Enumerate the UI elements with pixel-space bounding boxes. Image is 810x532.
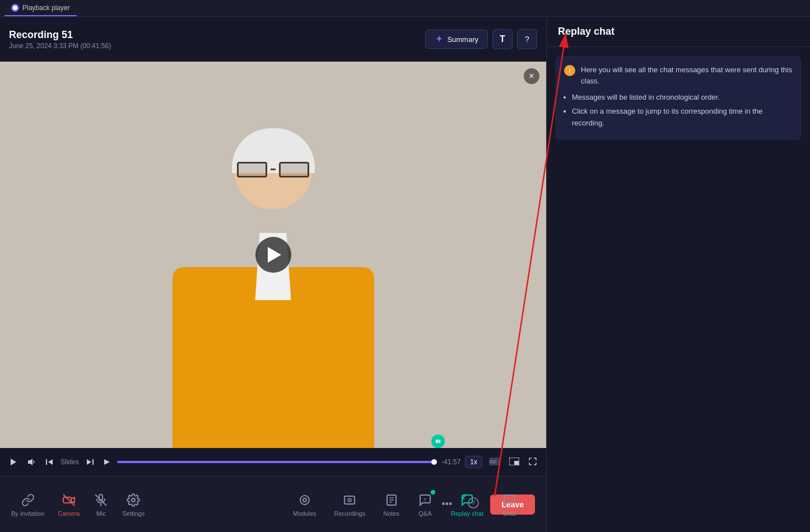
cc-button[interactable]: CC <box>487 455 502 469</box>
play-pause-button[interactable] <box>7 455 20 469</box>
info-bullet-1: Messages will be listed in chronological… <box>572 92 793 104</box>
tab-label: Playback player <box>22 4 70 12</box>
info-header-text: Here you will see all the chat messages … <box>581 64 793 86</box>
notes-label: Notes <box>383 510 399 517</box>
qa-badge <box>431 490 435 494</box>
play-triangle-icon <box>268 247 281 263</box>
svg-point-40 <box>303 498 306 502</box>
speed-button[interactable]: 1x <box>465 456 482 468</box>
person-glasses <box>237 162 310 178</box>
svg-rect-20 <box>437 440 439 443</box>
toolbar-left: By invitation Camera <box>11 492 145 517</box>
main-layout: Recording 51 June 25, 2024 3:33 PM (00:4… <box>0 17 810 532</box>
cc-icon: CC <box>489 458 500 465</box>
summary-button[interactable]: Summary <box>425 30 488 49</box>
svg-marker-28 <box>104 459 110 465</box>
toolbar-item-notes[interactable]: Notes <box>383 492 399 517</box>
qa-icon: ? <box>417 492 433 508</box>
svg-point-2 <box>13 6 17 10</box>
camera-label: Camera <box>58 510 80 517</box>
svg-text:?: ? <box>423 497 426 502</box>
settings-label: Settings <box>122 510 145 517</box>
time-remaining: -41:57 <box>441 458 460 466</box>
skip-forward-button[interactable] <box>83 455 97 469</box>
timeline-marker-7[interactable] <box>431 435 445 448</box>
right-panel-header: Replay chat <box>547 17 810 47</box>
toolbar-item-recordings[interactable]: Recordings <box>334 492 366 517</box>
help-circle-icon: ? <box>525 35 529 44</box>
chat-label: Chat <box>502 510 515 517</box>
marker-7-icon <box>435 438 441 445</box>
modules-label: Modules <box>293 510 316 517</box>
play-button[interactable] <box>255 237 291 273</box>
recording-header: Recording 51 June 25, 2024 3:33 PM (00:4… <box>0 17 546 62</box>
summary-button-label: Summary <box>447 35 478 44</box>
svg-rect-21 <box>439 440 440 443</box>
person-figure <box>133 120 413 449</box>
right-panel-content: i Here you will see all the chat message… <box>547 47 810 532</box>
left-panel: Recording 51 June 25, 2024 3:33 PM (00:4… <box>0 17 547 532</box>
info-list: Messages will be listed in chronological… <box>572 92 793 129</box>
right-panel: Replay chat i Here you will see all the … <box>547 17 810 532</box>
toolbar-item-qa[interactable]: ? Q&A <box>417 492 433 517</box>
settings-gear-icon <box>125 492 141 508</box>
info-circle-icon: i <box>564 65 575 76</box>
modules-icon <box>297 492 313 508</box>
video-camera-icon <box>61 492 77 508</box>
font-button[interactable]: T <box>492 29 513 49</box>
video-container: × S <box>0 62 546 448</box>
slides-label[interactable]: Slides <box>60 458 79 466</box>
skip-back-icon <box>45 458 54 466</box>
close-icon: × <box>529 71 534 81</box>
link-icon <box>20 492 36 508</box>
volume-icon <box>27 458 36 466</box>
fullscreen-button[interactable] <box>526 455 539 470</box>
recording-info: Recording 51 June 25, 2024 3:33 PM (00:4… <box>9 29 111 50</box>
toolbar-item-mic[interactable]: Mic <box>93 492 109 517</box>
toolbar-item-modules[interactable]: Modules <box>293 492 316 517</box>
by-invitation-label: By invitation <box>11 510 44 517</box>
toolbar-item-chat[interactable]: Chat <box>501 492 517 517</box>
toolbar-item-camera[interactable]: Camera <box>58 492 80 517</box>
video-controls: Slides -41:57 1x <box>0 448 546 476</box>
recordings-icon <box>342 492 357 508</box>
toolbar-center: Modules Recordings <box>293 492 517 517</box>
person-head <box>234 131 313 209</box>
toolbar-item-by-invitation[interactable]: By invitation <box>11 492 44 517</box>
info-bullet-2: Click on a message to jump to its corres… <box>572 106 793 129</box>
mic-label: Mic <box>96 510 106 517</box>
progress-fill <box>117 461 437 463</box>
close-button[interactable]: × <box>524 68 539 84</box>
right-panel-title: Replay chat <box>558 26 615 37</box>
svg-rect-24 <box>46 459 47 465</box>
svg-text:CC: CC <box>490 459 497 464</box>
font-icon: T <box>500 34 505 44</box>
svg-marker-23 <box>28 459 32 465</box>
replay-chat-icon <box>459 492 475 508</box>
info-box-header: i Here you will see all the chat message… <box>564 64 793 86</box>
progress-dot <box>431 459 437 465</box>
pip-button[interactable] <box>507 455 522 469</box>
help-header-button[interactable]: ? <box>517 29 537 49</box>
recording-title: Recording 51 <box>9 29 111 41</box>
svg-rect-26 <box>92 459 94 465</box>
toolbar-item-settings[interactable]: Settings <box>122 492 145 517</box>
toolbar-item-replay-chat[interactable]: Replay chat <box>451 492 483 517</box>
mini-play-button[interactable] <box>101 456 113 468</box>
info-box: i Here you will see all the chat message… <box>556 56 801 139</box>
summary-sparkle-icon <box>435 35 444 44</box>
recordings-label: Recordings <box>334 510 366 517</box>
svg-marker-27 <box>87 459 91 465</box>
svg-point-44 <box>349 500 350 501</box>
skip-back-button[interactable] <box>43 455 56 469</box>
qa-label: Q&A <box>418 510 431 517</box>
mini-play-icon <box>104 459 110 465</box>
playback-player-tab[interactable]: Playback player <box>4 0 77 16</box>
progress-bar[interactable] <box>117 461 437 463</box>
speed-label: 1x <box>470 458 477 466</box>
replay-chat-label: Replay chat <box>451 510 483 517</box>
glasses-bridge <box>271 169 276 170</box>
bottom-toolbar: By invitation Camera <box>0 476 546 532</box>
mic-icon <box>93 492 109 508</box>
volume-button[interactable] <box>25 455 38 469</box>
